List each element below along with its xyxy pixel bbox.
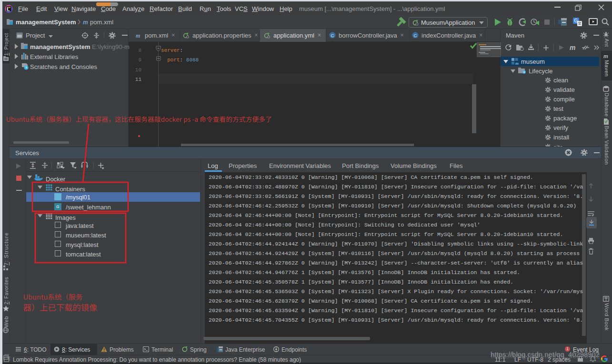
svg-text:m: m (136, 32, 140, 39)
svg-text:C: C (414, 33, 417, 38)
svg-text:m: m (515, 61, 519, 65)
svg-text:C: C (331, 33, 334, 38)
